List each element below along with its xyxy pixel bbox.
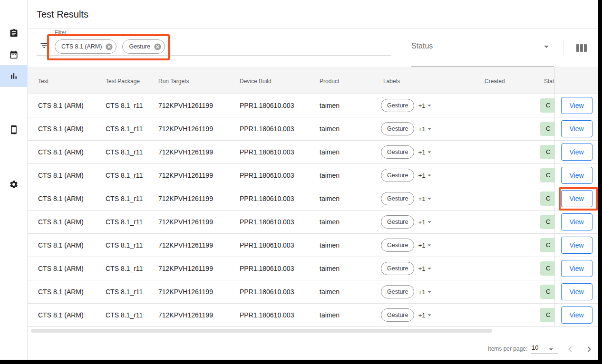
status-chip: C <box>540 261 554 276</box>
status-chip-text: C <box>546 311 550 318</box>
view-button[interactable]: View <box>561 283 592 300</box>
view-button[interactable]: View <box>561 144 592 161</box>
cell-test: CTS 8.1 (ARM) <box>38 211 84 233</box>
filter-chip-gesture[interactable]: Gesture <box>122 39 165 54</box>
action-column: View View View View View View View View … <box>554 67 598 327</box>
page-size-value: 10 <box>532 344 538 351</box>
sidebar-item-test-results[interactable] <box>0 65 28 87</box>
cell-labels: Gesture +1 <box>381 164 434 187</box>
status-chip-text: C <box>546 125 550 132</box>
view-button[interactable]: View <box>561 237 592 254</box>
sidebar-item-devices[interactable] <box>0 119 28 141</box>
table-row: CTS 8.1 (ARM) CTS 8.1_r11 712KPVH1261199… <box>28 211 554 234</box>
sidebar-item-settings[interactable] <box>0 173 28 195</box>
column-header-device-build: Device Build <box>240 68 272 94</box>
cell-run-targets: 712KPVH1261199 <box>158 117 213 140</box>
more-labels-expander[interactable]: +1 <box>418 125 433 133</box>
cell-device-build: PPR1.180610.003 <box>240 211 294 233</box>
columns-button[interactable] <box>574 42 589 54</box>
more-labels-expander[interactable]: +1 <box>418 148 433 156</box>
app-window: Test Results Filter CTS 8.1 (ARM) Gestur… <box>0 0 602 364</box>
column-header-product: Product <box>320 68 339 94</box>
filter-chip-cts[interactable]: CTS 8.1 (ARM) <box>55 39 117 54</box>
label-chip: Gesture <box>381 122 414 135</box>
more-labels-expander[interactable]: +1 <box>418 264 433 273</box>
filter-list-icon <box>39 41 49 50</box>
action-cell: View <box>555 304 598 327</box>
cell-test-package: CTS 8.1_r11 <box>106 211 143 233</box>
dropdown-arrow-icon <box>541 41 552 52</box>
more-labels-expander[interactable]: +1 <box>418 218 433 226</box>
action-cell: View <box>555 234 598 257</box>
view-button[interactable]: View <box>561 190 592 207</box>
remove-chip-icon[interactable] <box>154 43 162 51</box>
more-labels-count: +1 <box>418 125 425 133</box>
previous-page-button[interactable] <box>564 344 576 355</box>
cell-test-package: CTS 8.1_r11 <box>106 234 143 257</box>
next-page-button[interactable] <box>583 344 595 355</box>
more-labels-expander[interactable]: +1 <box>418 194 433 203</box>
filter-field-label: Filter <box>55 29 66 35</box>
action-cell: View <box>555 117 598 141</box>
view-button[interactable]: View <box>561 97 592 114</box>
table-row: CTS 8.1 (ARM) CTS 8.1_r11 712KPVH1261199… <box>28 164 554 187</box>
status-placeholder: Status <box>411 42 433 50</box>
page-size-select[interactable]: 10 <box>531 342 558 354</box>
view-button[interactable]: View <box>561 120 592 137</box>
horizontal-scrollbar-thumb[interactable] <box>31 329 492 333</box>
more-labels-expander[interactable]: +1 <box>418 101 433 110</box>
label-chip: Gesture <box>381 145 414 159</box>
more-labels-expander[interactable]: +1 <box>418 241 433 249</box>
cell-run-targets: 712KPVH1261199 <box>158 304 213 326</box>
table-header: Test Test Package Run Targets Device Bui… <box>28 67 554 94</box>
label-chip: Gesture <box>381 99 414 112</box>
status-filter-select[interactable]: Status <box>411 40 554 56</box>
view-button[interactable]: View <box>561 260 592 277</box>
view-columns-icon <box>576 44 587 52</box>
more-labels-expander[interactable]: +1 <box>418 311 433 319</box>
more-labels-count: +1 <box>418 312 425 319</box>
column-header-status: Status <box>544 68 554 94</box>
gear-icon <box>9 180 19 189</box>
chevron-down-icon <box>425 287 434 296</box>
cell-test: CTS 8.1 (ARM) <box>38 187 84 210</box>
cell-product: taimen <box>320 117 340 140</box>
more-labels-count: +1 <box>418 195 425 202</box>
more-labels-count: +1 <box>418 172 425 179</box>
status-field-underline <box>411 66 554 67</box>
more-labels-expander[interactable]: +1 <box>418 171 433 180</box>
filter-field-underline <box>37 56 391 56</box>
status-chip-text: C <box>546 172 550 179</box>
table-row: CTS 8.1 (ARM) CTS 8.1_r11 712KPVH1261199… <box>28 234 554 257</box>
sidebar-item-test-plans[interactable] <box>0 22 28 44</box>
cell-test: CTS 8.1 (ARM) <box>38 141 84 163</box>
cell-device-build: PPR1.180610.003 <box>240 141 294 163</box>
status-chip: C <box>540 285 554 299</box>
page-title: Test Results <box>37 0 88 29</box>
chevron-down-icon <box>425 218 434 226</box>
cell-run-targets: 712KPVH1261199 <box>158 211 213 233</box>
cell-labels: Gesture +1 <box>381 117 434 140</box>
cell-product: taimen <box>320 94 340 117</box>
label-chip: Gesture <box>381 285 414 298</box>
action-cell: View <box>555 141 598 164</box>
view-button[interactable]: View <box>561 167 592 184</box>
assignment-icon <box>9 29 19 38</box>
view-button[interactable]: View <box>561 307 592 324</box>
remove-chip-icon[interactable] <box>105 43 113 51</box>
filter-input-area[interactable]: CTS 8.1 (ARM) Gesture <box>55 39 165 54</box>
items-per-page-label: Items per page: <box>488 345 527 352</box>
cell-device-build: PPR1.180610.003 <box>240 187 294 210</box>
more-labels-count: +1 <box>418 288 425 296</box>
cell-product: taimen <box>320 234 340 257</box>
action-cell: View <box>555 164 598 187</box>
filter-chip-label: Gesture <box>129 43 150 50</box>
page-size-underline <box>531 354 558 354</box>
chevron-down-icon <box>425 125 434 133</box>
action-cell: View <box>555 187 598 211</box>
toolbar-divider <box>402 40 402 56</box>
cell-device-build: PPR1.180610.003 <box>240 234 294 257</box>
sidebar-item-schedule[interactable] <box>0 44 28 66</box>
view-button[interactable]: View <box>561 213 592 230</box>
more-labels-expander[interactable]: +1 <box>418 287 433 296</box>
